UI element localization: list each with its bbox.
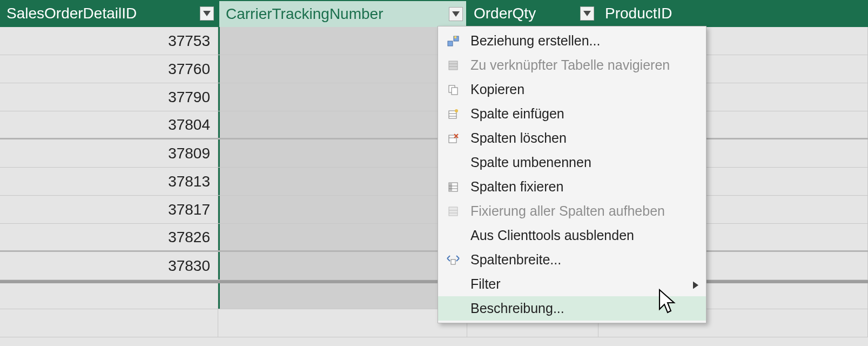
svg-rect-23 <box>449 207 457 216</box>
svg-rect-6 <box>449 61 457 70</box>
menu-item-label: Spaltenbreite... <box>470 252 561 268</box>
filter-dropdown-icon[interactable] <box>200 6 214 21</box>
filter-dropdown-icon[interactable] <box>580 6 594 21</box>
column-header-label: CarrierTrackingNumber <box>226 5 383 23</box>
relationship-icon <box>446 34 461 49</box>
svg-marker-2 <box>583 11 591 16</box>
menu-item-label: Kopieren <box>470 82 524 97</box>
menu-item-label: Beziehung erstellen... <box>470 33 600 49</box>
table-row[interactable]: 37826 <box>0 224 868 252</box>
svg-marker-1 <box>452 11 460 17</box>
table-row[interactable]: 37790 <box>0 83 868 111</box>
table-row[interactable]: 37753 <box>0 27 868 55</box>
cell-salesorderdetailid[interactable]: 37817 <box>0 196 218 223</box>
empty-cell[interactable] <box>0 309 218 337</box>
freeze-icon <box>446 179 461 195</box>
cell-salesorderdetailid[interactable]: 37830 <box>0 252 218 280</box>
filter-dropdown-icon[interactable] <box>449 7 463 21</box>
cell-carriertrackingnumber[interactable] <box>218 55 467 83</box>
column-header-orderqty[interactable]: OrderQty <box>467 0 598 27</box>
column-context-menu: Beziehung erstellen... Zu verknüpfter Ta… <box>438 26 706 323</box>
cell-salesorderdetailid[interactable]: 37804 <box>0 111 218 138</box>
column-header-label: SalesOrderDetailID <box>6 5 137 22</box>
table-row[interactable]: 37809 <box>0 139 868 168</box>
column-header-salesorderdetailid[interactable]: SalesOrderDetailID <box>0 0 218 27</box>
cell-salesorderdetailid[interactable]: 37790 <box>0 83 218 111</box>
menu-item-label: Aus Clienttools ausblenden <box>470 228 634 243</box>
cell-salesorderdetailid[interactable]: 37760 <box>0 55 218 83</box>
menu-item-freeze-columns[interactable]: Spalten fixieren <box>438 175 706 199</box>
menu-item-insert-column[interactable]: Spalte einfügen <box>438 102 706 126</box>
cell-salesorderdetailid[interactable]: 37809 <box>0 139 218 167</box>
cell-carriertrackingnumber[interactable] <box>218 252 467 280</box>
mouse-cursor-icon <box>658 288 677 317</box>
menu-item-column-width[interactable]: Spaltenbreite... <box>438 248 706 272</box>
column-header-carriertrackingnumber[interactable]: CarrierTrackingNumber <box>218 0 467 27</box>
cell-carriertrackingnumber[interactable] <box>218 139 467 167</box>
menu-item-hide-from-client-tools[interactable]: Aus Clienttools ausblenden <box>438 223 706 248</box>
delete-column-icon <box>446 131 461 146</box>
copy-icon <box>446 82 461 97</box>
empty-cell[interactable] <box>218 309 467 337</box>
unfreeze-icon <box>446 204 461 219</box>
summary-row: DIFF%: (leer) <box>0 280 868 309</box>
cell-carriertrackingnumber[interactable] <box>218 111 467 138</box>
table-row[interactable] <box>0 309 868 337</box>
cell-salesorderdetailid[interactable]: 37826 <box>0 224 218 250</box>
insert-column-icon <box>446 107 461 122</box>
svg-marker-0 <box>203 11 211 16</box>
svg-point-14 <box>455 109 458 112</box>
cell-carriertrackingnumber[interactable] <box>218 27 467 55</box>
cell-carriertrackingnumber[interactable] <box>218 196 467 223</box>
column-width-icon <box>446 252 461 268</box>
data-grid: SalesOrderDetailID CarrierTrackingNumber… <box>0 0 868 346</box>
svg-rect-10 <box>452 88 457 95</box>
summary-cell[interactable] <box>0 283 218 309</box>
table-row[interactable]: 37830 <box>0 252 868 280</box>
table-row[interactable]: 37760 <box>0 55 868 83</box>
linked-table-icon <box>446 58 461 73</box>
cell-carriertrackingnumber[interactable] <box>218 168 467 195</box>
menu-item-label: Spalte umbenennen <box>470 155 591 170</box>
summary-cell[interactable] <box>218 283 467 309</box>
menu-item-label: Fixierung aller Spalten aufheben <box>470 203 665 219</box>
menu-item-label: Zu verknüpfter Tabelle navigieren <box>470 57 670 73</box>
table-row[interactable]: 37813 <box>0 168 868 196</box>
column-header-row: SalesOrderDetailID CarrierTrackingNumber… <box>0 0 868 27</box>
submenu-arrow-icon <box>693 276 698 292</box>
menu-item-label: Beschreibung... <box>470 301 564 316</box>
menu-item-unfreeze-all: Fixierung aller Spalten aufheben <box>438 199 706 223</box>
cell-salesorderdetailid[interactable]: 37753 <box>0 27 218 55</box>
svg-marker-27 <box>693 281 698 289</box>
table-row[interactable]: 37804 <box>0 111 868 139</box>
table-row[interactable]: 37817 <box>0 196 868 224</box>
column-header-productid[interactable]: ProductID <box>598 0 868 27</box>
svg-rect-26 <box>451 260 455 264</box>
cell-carriertrackingnumber[interactable] <box>218 83 467 111</box>
menu-item-delete-columns[interactable]: Spalten löschen <box>438 126 706 150</box>
cell-salesorderdetailid[interactable]: 37813 <box>0 168 218 195</box>
menu-item-label: Filter <box>470 276 501 292</box>
menu-item-create-relationship[interactable]: Beziehung erstellen... <box>438 29 706 53</box>
column-header-label: OrderQty <box>474 5 536 22</box>
menu-item-navigate-linked-table: Zu verknüpfter Tabelle navigieren <box>438 53 706 77</box>
menu-item-copy[interactable]: Kopieren <box>438 77 706 102</box>
menu-item-label: Spalten fixieren <box>470 179 563 195</box>
menu-item-label: Spalten löschen <box>470 130 567 146</box>
svg-rect-20 <box>449 183 452 191</box>
svg-rect-3 <box>448 41 453 46</box>
column-header-label: ProductID <box>605 5 672 22</box>
menu-item-label: Spalte einfügen <box>470 106 564 122</box>
menu-item-rename-column[interactable]: Spalte umbenennen <box>438 150 706 175</box>
cell-carriertrackingnumber[interactable] <box>218 224 467 250</box>
